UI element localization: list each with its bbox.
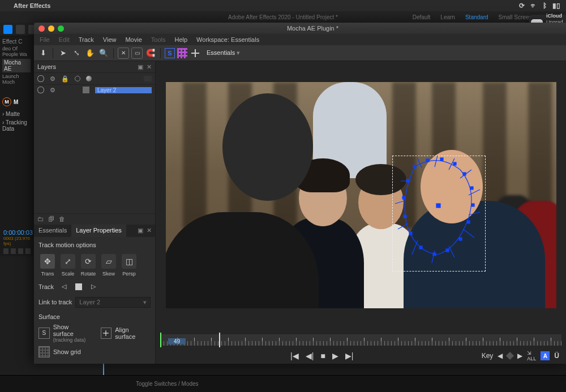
perspective-icon[interactable]: ◫ [122, 254, 136, 269]
bluetooth-icon[interactable]: ᛒ [543, 2, 547, 10]
tab-layer-properties[interactable]: Layer Properties [71, 225, 126, 237]
prev-key-button[interactable]: ◀ [498, 352, 503, 360]
tl-icon[interactable] [25, 248, 31, 254]
zoom-tool-icon[interactable]: 🔍 [98, 48, 109, 59]
play-button[interactable]: ▶ [332, 351, 338, 360]
hand-tool-icon[interactable]: ✋ [84, 48, 96, 59]
process-col-icon[interactable] [86, 76, 92, 81]
xspline-tool-icon[interactable]: ✕ [118, 48, 129, 59]
tree-matte[interactable]: › Matte [2, 111, 32, 117]
tracking-search-area[interactable] [392, 156, 486, 272]
show-surface-icon[interactable]: S [38, 328, 50, 339]
surface-toggle-icon[interactable]: S [165, 48, 175, 58]
ws-default[interactable]: Default [413, 14, 431, 20]
show-grid-icon[interactable] [38, 346, 50, 357]
effect-tab-mocha[interactable]: Mocha AE [2, 59, 31, 72]
rect-tool-icon[interactable]: ▭ [131, 48, 143, 59]
ws-learn[interactable]: Learn [440, 14, 455, 20]
link-to-track-dropdown[interactable]: Layer 2 ▾ [75, 297, 151, 308]
translate-icon[interactable]: ✥ [40, 254, 55, 269]
uberkey-icon[interactable]: Ü [554, 352, 559, 360]
ae-timeline-head: 0:00:00:03 0003 (23.976 fps) [0, 227, 34, 256]
tree-tracking-data[interactable]: › Tracking Data [2, 119, 32, 132]
menu-workspace[interactable]: Workspace: Essentials [196, 36, 259, 43]
align-surface-icon[interactable] [101, 328, 112, 339]
frame-badge: 49 [168, 338, 186, 344]
align-icon[interactable] [190, 48, 201, 59]
rotate-icon[interactable]: ⟳ [81, 254, 96, 269]
minimize-icon[interactable] [48, 25, 54, 32]
sync-icon[interactable]: ⟳ [519, 2, 525, 10]
step-back-button[interactable]: ◀| [306, 351, 314, 360]
hand-tool-icon[interactable] [16, 25, 25, 34]
delete-icon[interactable]: 🗑 [59, 216, 65, 222]
zoom-icon[interactable] [58, 25, 64, 32]
keyframe-controls: Key ◀ ▶ ⇲ALL A Ü [482, 350, 559, 361]
stop-button[interactable]: ■ [320, 351, 325, 360]
goto-start-button[interactable]: |◀ [290, 351, 299, 360]
menu-view[interactable]: View [103, 36, 117, 43]
magnet-tool-icon[interactable]: 🧲 [145, 48, 156, 59]
track-forward-button[interactable]: ▷ [89, 282, 98, 291]
track-backward-button[interactable]: ◁ [59, 282, 68, 291]
effect-prop[interactable]: Launch Moch [2, 74, 32, 85]
layer-color-swatch[interactable] [83, 87, 89, 93]
panel-close-icon[interactable]: ✕ [147, 227, 152, 235]
autokey-icon[interactable]: A [541, 351, 550, 360]
grid-toggle-icon[interactable] [177, 48, 187, 58]
workspace-dropdown[interactable]: Essentials [207, 49, 240, 57]
ws-small[interactable]: Small Screen [499, 14, 532, 20]
select-tool-icon[interactable]: ⤡ [71, 48, 82, 59]
tl-icon[interactable] [18, 248, 23, 254]
lock-col-icon[interactable]: 🔒 [61, 75, 69, 83]
track-stop-button[interactable] [74, 282, 83, 291]
cog-icon[interactable]: ⚙ [50, 87, 55, 94]
ws-standard[interactable]: Standard [465, 14, 488, 20]
layer-row[interactable]: ⚙ Layer 2 [34, 85, 155, 95]
viewer-canvas[interactable] [166, 82, 556, 308]
cog-col-icon[interactable]: ⚙ [50, 75, 55, 83]
autokey-all-icon[interactable]: ⇲ALL [527, 350, 536, 361]
thumb-col-icon [144, 76, 152, 81]
close-icon[interactable] [38, 25, 45, 32]
panel-detach-icon[interactable]: ▣ [138, 227, 143, 235]
tab-essentials[interactable]: Essentials [34, 225, 71, 237]
pointer-tool-icon[interactable]: ➤ [57, 48, 68, 59]
menu-tools[interactable]: Tools [151, 36, 166, 43]
menu-help[interactable]: Help [174, 36, 187, 43]
in-point-marker[interactable] [160, 333, 161, 347]
skew-icon[interactable]: ▱ [101, 254, 116, 269]
save-icon[interactable]: ⬇ [37, 48, 49, 59]
ae-timeline-track[interactable] [103, 364, 566, 375]
layers-empty-area[interactable] [34, 95, 155, 213]
timecode[interactable]: 0:00:00:03 [3, 229, 31, 236]
matte-col-icon[interactable] [75, 76, 80, 81]
tl-icon[interactable] [11, 248, 16, 254]
battery-icon[interactable]: ▮▯ [552, 2, 560, 10]
menu-movie[interactable]: Movie [125, 36, 142, 43]
menu-file[interactable]: File [40, 36, 50, 43]
panel-close-icon[interactable]: ✕ [147, 63, 152, 71]
mocha-titlebar[interactable]: Mocha AE Plugin * [34, 23, 566, 34]
timeline-ruler[interactable] [160, 334, 561, 346]
playhead-icon[interactable] [103, 364, 104, 375]
menu-track[interactable]: Track [79, 36, 94, 43]
menu-edit[interactable]: Edit [59, 36, 70, 43]
next-key-button[interactable]: ▶ [517, 352, 522, 360]
panel-detach-icon[interactable]: ▣ [138, 63, 143, 71]
tl-icon[interactable] [3, 248, 8, 254]
visibility-col-icon[interactable] [37, 75, 44, 82]
toggle-switches[interactable]: Toggle Switches / Modes [136, 381, 199, 387]
playhead-marker[interactable] [219, 333, 220, 347]
selection-tool-icon[interactable] [3, 25, 12, 34]
new-group-icon[interactable]: 🗀 [37, 216, 44, 222]
wifi-icon[interactable]: ᯤ [530, 2, 537, 10]
keyframe-toggle-icon[interactable] [506, 352, 514, 360]
duplicate-icon[interactable]: 🗐 [48, 216, 54, 222]
visibility-icon[interactable] [37, 87, 44, 93]
layer-name[interactable]: Layer 2 [95, 87, 152, 93]
mac-app-name[interactable]: After Effects [14, 2, 50, 9]
transport-bar: |◀ ◀| ■ ▶ ▶| Key ◀ ▶ ⇲ALL A Ü [156, 348, 566, 364]
scale-icon[interactable]: ⤢ [61, 254, 75, 269]
goto-end-button[interactable]: ▶| [345, 351, 354, 360]
